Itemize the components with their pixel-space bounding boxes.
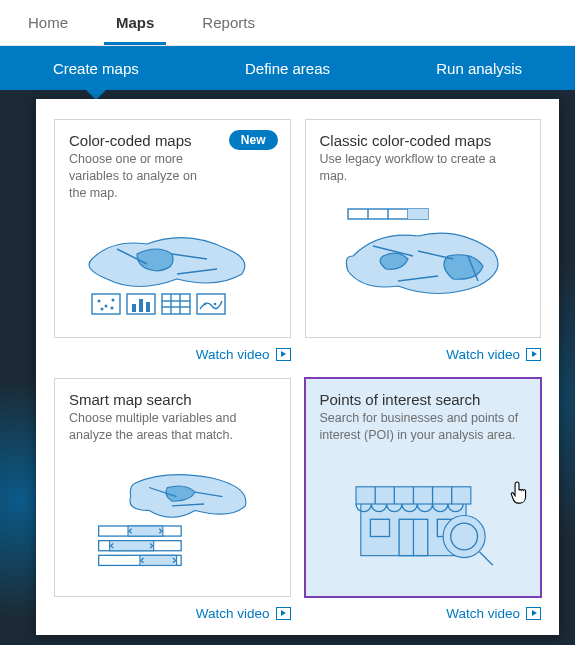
svg-point-2 xyxy=(105,305,108,308)
cell-poi: Points of interest search Search for bus… xyxy=(305,378,542,623)
card-desc: Use legacy workflow to create a map. xyxy=(320,151,527,185)
card-desc: Choose one or more variables to analyze … xyxy=(69,151,209,202)
svg-rect-22 xyxy=(408,209,428,219)
svg-point-3 xyxy=(112,299,115,302)
ribbon-run-analysis[interactable]: Run analysis xyxy=(383,46,575,90)
svg-point-1 xyxy=(98,300,101,303)
tab-maps[interactable]: Maps xyxy=(92,0,178,45)
svg-rect-24 xyxy=(128,526,163,536)
play-icon xyxy=(526,607,541,620)
svg-rect-8 xyxy=(139,299,143,312)
ribbon-bar: Create maps Define areas Run analysis xyxy=(0,46,575,90)
cell-classic: Classic color-coded maps Use legacy work… xyxy=(305,119,542,364)
card-title: Classic color-coded maps xyxy=(320,132,527,149)
card-points-of-interest-search[interactable]: Points of interest search Search for bus… xyxy=(304,377,543,598)
svg-point-17 xyxy=(214,303,217,306)
ribbon-label: Run analysis xyxy=(436,60,522,77)
svg-rect-9 xyxy=(146,302,150,312)
play-icon xyxy=(526,348,541,361)
watch-video-label: Watch video xyxy=(446,347,520,362)
card-desc: Choose multiple variables and analyze th… xyxy=(69,410,276,444)
watch-video-link[interactable]: Watch video xyxy=(54,597,291,623)
cell-smart: Smart map search Choose multiple variabl… xyxy=(54,378,291,623)
card-desc: Search for businesses and points of inte… xyxy=(320,410,527,444)
play-icon xyxy=(276,607,291,620)
watch-video-label: Watch video xyxy=(196,606,270,621)
svg-rect-0 xyxy=(92,294,120,314)
svg-line-42 xyxy=(479,552,492,565)
map-illustration-icon xyxy=(69,444,276,586)
create-maps-panel: New Color-coded maps Choose one or more … xyxy=(36,99,559,635)
cell-color-coded: New Color-coded maps Choose one or more … xyxy=(54,119,291,364)
svg-point-5 xyxy=(111,307,114,310)
play-icon xyxy=(276,348,291,361)
watch-video-label: Watch video xyxy=(446,606,520,621)
card-smart-map-search[interactable]: Smart map search Choose multiple variabl… xyxy=(54,378,291,597)
ribbon-create-maps[interactable]: Create maps xyxy=(0,46,192,90)
svg-point-40 xyxy=(443,515,485,557)
card-grid: New Color-coded maps Choose one or more … xyxy=(54,119,541,623)
svg-rect-7 xyxy=(132,304,136,312)
svg-rect-26 xyxy=(110,541,154,551)
watch-video-label: Watch video xyxy=(196,347,270,362)
svg-rect-10 xyxy=(162,294,190,314)
svg-rect-28 xyxy=(140,555,177,565)
ribbon-define-areas[interactable]: Define areas xyxy=(192,46,384,90)
watch-video-link[interactable]: Watch video xyxy=(305,597,542,623)
tab-home[interactable]: Home xyxy=(4,0,92,45)
card-title: Smart map search xyxy=(69,391,276,408)
map-illustration-icon xyxy=(320,185,527,327)
tab-reports[interactable]: Reports xyxy=(178,0,279,45)
watch-video-link[interactable]: Watch video xyxy=(305,338,542,364)
ribbon-label: Create maps xyxy=(53,60,139,77)
card-title: Points of interest search xyxy=(320,391,527,408)
svg-point-4 xyxy=(101,308,104,311)
ribbon-label: Define areas xyxy=(245,60,330,77)
watch-video-link[interactable]: Watch video xyxy=(54,338,291,364)
top-tab-bar: Home Maps Reports xyxy=(0,0,575,46)
card-color-coded-maps[interactable]: New Color-coded maps Choose one or more … xyxy=(54,119,291,338)
map-illustration-icon xyxy=(69,202,276,327)
new-badge: New xyxy=(229,130,278,150)
card-classic-color-coded-maps[interactable]: Classic color-coded maps Use legacy work… xyxy=(305,119,542,338)
svg-point-16 xyxy=(204,303,207,306)
storefront-illustration-icon xyxy=(320,444,527,586)
tab-label: Home xyxy=(28,14,68,31)
tab-label: Reports xyxy=(202,14,255,31)
tab-label: Maps xyxy=(116,14,154,31)
